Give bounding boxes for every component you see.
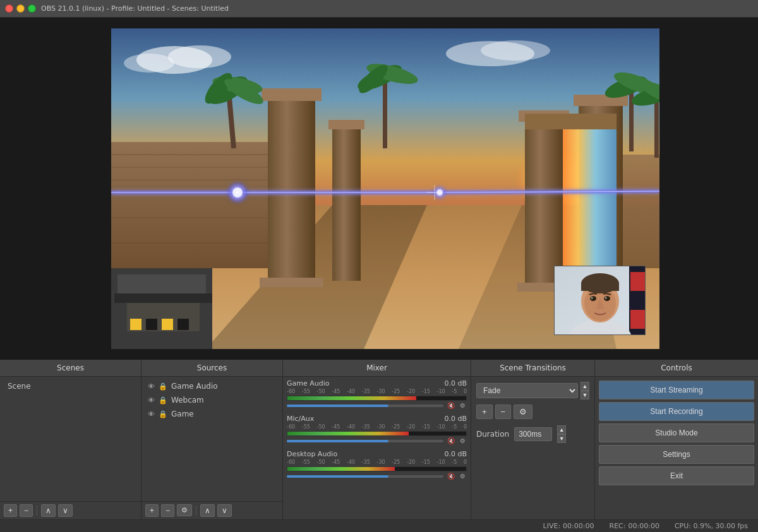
- settings-button-desktop[interactable]: ⚙: [459, 472, 467, 480]
- transition-select-row: Fade Cut ▲ ▼: [476, 382, 589, 399]
- maximize-button[interactable]: [28, 4, 36, 13]
- scene-item[interactable]: Scene: [3, 379, 138, 393]
- mixer-channel-desktop: Desktop Audio 0.0 dB -60-55-50-45-40-35-…: [287, 450, 467, 480]
- svg-point-53: [481, 40, 550, 61]
- webcam-content: [555, 266, 645, 334]
- source-down-button[interactable]: ∨: [217, 504, 232, 517]
- close-button[interactable]: [5, 4, 13, 13]
- mute-button-desktop[interactable]: 🔇: [446, 472, 456, 480]
- svg-rect-15: [332, 123, 361, 281]
- preview-area: [0, 18, 758, 360]
- svg-rect-39: [383, 79, 387, 148]
- svg-point-79: [605, 297, 607, 299]
- mixer-panel: Mixer Game Audio 0.0 dB -60-55-50-45-40-…: [283, 360, 471, 519]
- mixer-channel-game-audio: Game Audio 0.0 dB -60-55-50-45-40-35-30-…: [287, 379, 467, 410]
- volume-fill: [287, 405, 388, 407]
- mute-button-game-audio[interactable]: 🔇: [446, 401, 456, 410]
- scenes-toolbar-separator: [37, 505, 37, 516]
- webcam-person: [555, 266, 645, 335]
- bottom-panel: Scenes Scene + − ∧ ∨ Sources 👁 🔒 Game Au…: [0, 360, 758, 532]
- transition-settings-button[interactable]: ⚙: [514, 405, 532, 419]
- mute-button-mic[interactable]: 🔇: [446, 437, 456, 445]
- scenes-panel: Scenes Scene + − ∧ ∨: [0, 360, 141, 519]
- volume-slider-mic[interactable]: [287, 440, 443, 442]
- volume-row-mic: 🔇 ⚙: [287, 437, 467, 445]
- eye-icon: 👁: [148, 382, 155, 391]
- scene-add-button[interactable]: +: [4, 504, 17, 517]
- source-add-button[interactable]: +: [145, 504, 159, 517]
- svg-rect-21: [525, 114, 563, 290]
- svg-rect-14: [260, 278, 323, 287]
- scene-down-button[interactable]: ∨: [58, 504, 73, 517]
- sources-toolbar: + − ⚙ ∧ ∨: [141, 501, 282, 519]
- meter-fill-desktop: [287, 467, 395, 471]
- transition-spinners: ▲ ▼: [581, 382, 589, 399]
- window-controls: [5, 4, 36, 13]
- live-label: LIVE:: [543, 522, 561, 530]
- source-name-game: Game: [171, 410, 194, 418]
- transition-type-down[interactable]: ▼: [581, 391, 589, 399]
- controls-content: Start Streaming Start Recording Studio M…: [595, 377, 758, 519]
- exit-button[interactable]: Exit: [599, 466, 754, 485]
- eye-icon-2: 👁: [148, 396, 155, 405]
- preview-canvas: [111, 28, 659, 349]
- settings-button[interactable]: Settings: [599, 445, 754, 464]
- scene-remove-button[interactable]: −: [20, 504, 33, 517]
- svg-rect-33: [177, 319, 189, 330]
- svg-point-51: [124, 54, 174, 73]
- duration-input[interactable]: [514, 427, 552, 441]
- volume-slider-desktop[interactable]: [287, 475, 443, 478]
- scene-up-button[interactable]: ∧: [41, 504, 56, 517]
- source-remove-button[interactable]: −: [161, 504, 174, 517]
- duration-down[interactable]: ▼: [557, 434, 566, 443]
- meter-fill-mic: [287, 432, 409, 435]
- channel-name-mic: Mic/Aux: [287, 415, 314, 423]
- start-recording-button[interactable]: Start Recording: [599, 402, 754, 421]
- channel-db-desktop: 0.0 dB: [444, 450, 467, 458]
- eye-icon-3: 👁: [148, 410, 155, 418]
- sources-panel: Sources 👁 🔒 Game Audio 👁 🔒 Webcam 👁 🔒 Ga…: [141, 360, 283, 519]
- source-item-game-audio[interactable]: 👁 🔒 Game Audio: [144, 379, 280, 393]
- duration-up[interactable]: ▲: [557, 425, 566, 434]
- transition-type-select[interactable]: Fade Cut: [476, 383, 578, 398]
- scenes-header: Scenes: [0, 360, 141, 377]
- meter-bar-mic: [287, 431, 467, 436]
- transition-remove-button[interactable]: −: [495, 405, 512, 419]
- volume-row-game-audio: 🔇 ⚙: [287, 401, 467, 410]
- channel-db-mic: 0.0 dB: [444, 415, 467, 423]
- channel-name-game-audio: Game Audio: [287, 379, 330, 387]
- live-status: LIVE: 00:00:00: [543, 522, 594, 530]
- svg-rect-13: [262, 88, 322, 101]
- svg-rect-16: [328, 120, 364, 129]
- settings-button-mic[interactable]: ⚙: [459, 437, 467, 445]
- svg-rect-75: [581, 283, 619, 291]
- source-item-webcam[interactable]: 👁 🔒 Webcam: [144, 393, 280, 407]
- duration-label: Duration: [476, 430, 509, 439]
- svg-rect-69: [630, 310, 645, 329]
- volume-fill-mic: [287, 440, 388, 442]
- titlebar: OBS 21.0.1 (linux) - Profile: Untitled -…: [0, 0, 758, 18]
- source-item-game[interactable]: 👁 🔒 Game: [144, 407, 280, 421]
- source-up-button[interactable]: ∧: [200, 504, 215, 517]
- lock-icon: 🔒: [159, 382, 167, 391]
- rec-label: REC:: [610, 522, 626, 530]
- svg-rect-43: [629, 88, 634, 151]
- controls-header: Controls: [595, 360, 758, 377]
- volume-slider-game-audio[interactable]: [287, 405, 443, 407]
- settings-button-game-audio[interactable]: ⚙: [459, 401, 467, 410]
- svg-rect-30: [130, 319, 141, 330]
- transitions-content: Fade Cut ▲ ▼ + − ⚙ Duration: [471, 377, 594, 519]
- transition-add-button[interactable]: +: [476, 405, 493, 419]
- scenes-toolbar: + − ∧ ∨: [0, 501, 141, 519]
- rec-status: REC: 00:00:00: [610, 522, 659, 530]
- studio-mode-button[interactable]: Studio Mode: [599, 423, 754, 442]
- scenes-list: Scene: [0, 377, 141, 501]
- meter-labels-game-audio: -60-55-50-45-40-35-30-25-20-15-10-50: [287, 389, 467, 394]
- sources-toolbar-separator: [196, 505, 196, 516]
- meter-labels-desktop: -60-55-50-45-40-35-30-25-20-15-10-50: [287, 459, 467, 465]
- source-settings-button[interactable]: ⚙: [177, 504, 192, 516]
- transition-controls: + − ⚙: [476, 405, 589, 419]
- transition-type-up[interactable]: ▲: [581, 382, 589, 391]
- start-streaming-button[interactable]: Start Streaming: [599, 381, 754, 399]
- minimize-button[interactable]: [16, 4, 25, 13]
